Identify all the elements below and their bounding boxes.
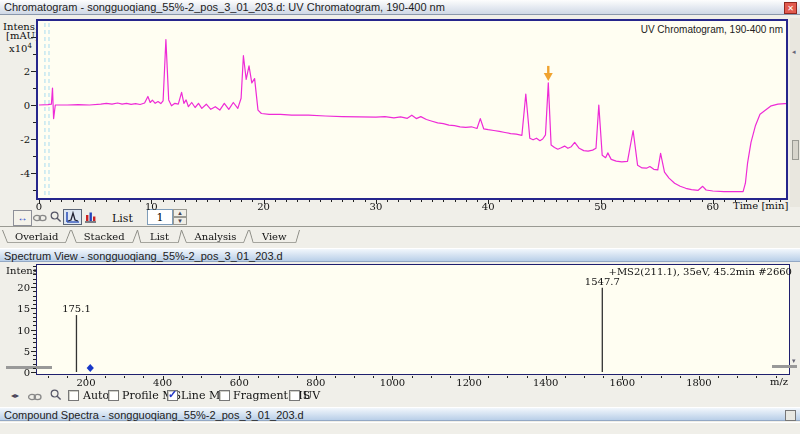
axis-tick xyxy=(335,376,336,378)
axis-tick xyxy=(33,313,36,314)
axis-tick xyxy=(556,200,557,202)
auto-checkbox[interactable] xyxy=(68,390,79,401)
spectrum-navigate-arrows-icon[interactable]: ◂▸ xyxy=(11,391,19,400)
axis-tick xyxy=(33,317,36,318)
axis-tick xyxy=(258,376,259,378)
spin-up-icon[interactable]: ▲ xyxy=(173,209,187,217)
tick-label: 1600 xyxy=(607,378,637,387)
axis-tick xyxy=(320,200,321,202)
axis-tick xyxy=(354,376,355,378)
compound-spectra-title: Compound Spectra - songguoqiang_55%-2_po… xyxy=(4,409,304,421)
axis-tick xyxy=(105,376,106,378)
axis-tick xyxy=(33,325,36,326)
axis-tick xyxy=(33,190,36,191)
axis-tick xyxy=(95,200,96,202)
tick-label: 30 xyxy=(364,202,388,211)
axis-tick xyxy=(129,200,130,202)
axis-tick xyxy=(737,376,738,378)
axis-tick xyxy=(61,200,62,202)
axis-tick xyxy=(48,376,49,378)
spectrum-plot[interactable] xyxy=(36,264,790,375)
axis-tick xyxy=(584,376,585,378)
spectrum-annotation: +MS2(211.1), 35eV, 45.2min #2660 xyxy=(609,266,793,277)
pane-restore-icon[interactable] xyxy=(785,410,796,421)
tick-label: 10 xyxy=(139,202,163,211)
axis-tick xyxy=(33,122,36,123)
tab-analysis[interactable]: Analysis xyxy=(181,230,249,245)
axis-tick xyxy=(33,274,36,275)
tick-label: 0 xyxy=(12,368,30,377)
chrom-scroll-handle[interactable] xyxy=(792,140,799,160)
spectrum-magnifier-icon[interactable] xyxy=(50,389,62,401)
chromatogram-pane-title: Chromatogram - songguoqiang_55%-2_pos_3_… xyxy=(4,1,445,13)
axis-tick xyxy=(174,200,175,202)
axis-tick xyxy=(241,200,242,202)
axis-tick xyxy=(746,200,747,202)
close-icon[interactable]: ✕ xyxy=(784,2,797,14)
axis-tick xyxy=(33,368,36,369)
axis-tick xyxy=(398,200,399,202)
tab-list[interactable]: List xyxy=(137,230,182,245)
axis-tick xyxy=(278,376,279,378)
compound-chart-icon[interactable] xyxy=(84,211,97,223)
spectrum-range-handle-right[interactable] xyxy=(772,365,797,368)
chrom-y-axis-scale: x104 xyxy=(9,41,32,54)
chrom-right-gutter xyxy=(790,18,800,207)
axis-tick xyxy=(309,200,310,202)
link-icon[interactable] xyxy=(33,214,47,222)
axis-tick xyxy=(33,283,36,284)
axis-tick xyxy=(230,200,231,202)
chromatogram-plot[interactable]: UV Chromatogram, 190-400 nm xyxy=(36,19,788,200)
list-index-spinner[interactable]: ▲ ▼ xyxy=(173,209,187,225)
axis-tick xyxy=(578,200,579,202)
tab-view[interactable]: View xyxy=(249,230,300,245)
axis-tick xyxy=(196,200,197,202)
uv-checkbox[interactable] xyxy=(289,390,300,401)
axis-tick xyxy=(33,54,36,55)
axis-tick xyxy=(668,200,669,202)
zoom-magnifier-icon[interactable] xyxy=(50,211,62,223)
line-ms-checkbox[interactable] xyxy=(167,390,178,401)
tab-overlaid[interactable]: Overlaid xyxy=(2,230,71,245)
compound-spectra-bar[interactable]: Compound Spectra - songguoqiang_55%-2_po… xyxy=(0,407,800,421)
axis-tick xyxy=(641,376,642,378)
spectrum-pane-arrow-icon[interactable]: ▾ xyxy=(792,357,796,364)
axis-tick xyxy=(31,372,36,373)
pane-collapse-arrow-icon[interactable]: ◂ xyxy=(792,48,796,55)
tick-label: 1200 xyxy=(454,378,484,387)
axis-tick xyxy=(331,200,332,202)
navigate-arrows-button[interactable]: ↔ xyxy=(13,210,32,226)
spectrum-link-icon[interactable] xyxy=(28,393,42,401)
axis-tick xyxy=(33,359,36,360)
axis-tick xyxy=(182,376,183,378)
chromatogram-pane-header[interactable]: Chromatogram - songguoqiang_55%-2_pos_3_… xyxy=(0,0,800,15)
spectrum-glyph-icon xyxy=(65,211,80,223)
axis-tick xyxy=(106,200,107,202)
auto-checkbox-label[interactable]: Auto xyxy=(83,390,109,402)
tab-stacked[interactable]: Stacked xyxy=(71,230,138,245)
axis-tick xyxy=(690,200,691,202)
uv-checkbox-label[interactable]: UV xyxy=(303,390,320,402)
axis-tick xyxy=(143,376,144,378)
tick-label: -4 xyxy=(12,169,30,178)
axis-tick xyxy=(31,105,36,106)
axis-tick xyxy=(33,300,36,301)
tick-label: 800 xyxy=(301,378,331,387)
axis-tick xyxy=(769,200,770,202)
fragment-ms-checkbox[interactable] xyxy=(219,390,230,401)
chrom-y-axis-units: [mAU] xyxy=(6,31,39,41)
chromatogram-trace-canvas xyxy=(38,21,786,198)
tick-label: 10 xyxy=(12,326,30,335)
spectrum-pane-header[interactable]: Spectrum View - songguoqiang_55%-2_pos_3… xyxy=(0,248,800,262)
tick-label: 40 xyxy=(476,202,500,211)
axis-tick xyxy=(201,376,202,378)
tick-label: 2 xyxy=(12,67,30,76)
axis-tick xyxy=(297,200,298,202)
axis-tick xyxy=(33,296,36,297)
profile-ms-checkbox[interactable] xyxy=(108,390,119,401)
axis-tick xyxy=(31,139,36,140)
spectrum-view-toggle-button[interactable] xyxy=(63,209,82,225)
axis-tick xyxy=(776,376,777,378)
axis-tick xyxy=(432,200,433,202)
spin-down-icon[interactable]: ▼ xyxy=(173,217,187,225)
